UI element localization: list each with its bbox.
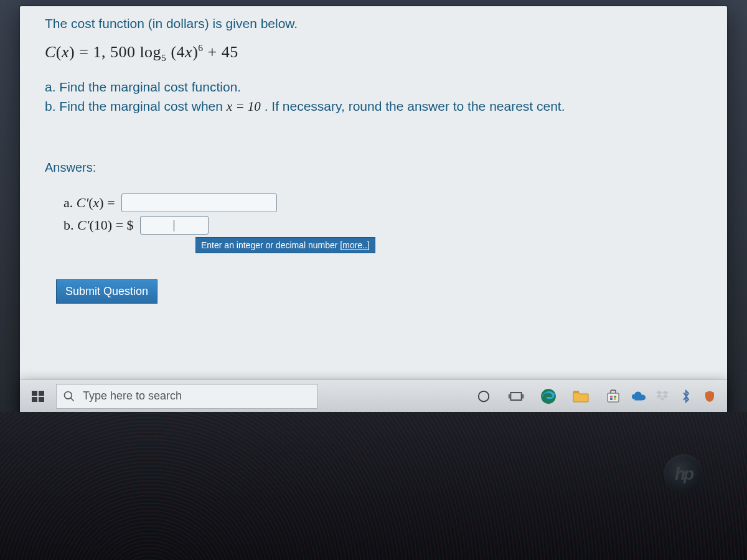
windows-taskbar: Type here to search	[20, 380, 727, 412]
tray-unknown[interactable]	[702, 389, 717, 404]
windows-icon	[31, 389, 45, 404]
bluetooth-icon	[682, 390, 690, 403]
submit-question-button[interactable]: Submit Question	[56, 279, 157, 304]
cost-function-formula: C(x) = 1, 500 log5 (4x)6 + 45	[45, 42, 702, 63]
tray-dropbox[interactable]	[655, 389, 670, 404]
input-hint-tooltip: Enter an integer or decimal number [more…	[195, 237, 375, 253]
answer-a-input[interactable]	[121, 194, 277, 212]
question-parts: a. Find the marginal cost function. b. F…	[45, 77, 702, 117]
edge-icon	[540, 388, 557, 404]
tray-onedrive[interactable]	[631, 389, 646, 404]
svg-rect-7	[510, 393, 521, 400]
tray-bluetooth[interactable]	[679, 389, 693, 404]
part-a-text: a. Find the marginal cost function.	[45, 77, 702, 97]
svg-rect-0	[32, 391, 37, 396]
desk-surface	[0, 412, 747, 560]
part-b-text: b. Find the marginal cost when x = 10 . …	[45, 96, 702, 117]
search-placeholder-text: Type here to search	[83, 390, 182, 403]
svg-rect-13	[610, 396, 613, 398]
svg-rect-12	[608, 393, 619, 402]
svg-rect-2	[32, 397, 37, 402]
part-b-condition: x = 10	[227, 99, 261, 114]
svg-point-4	[65, 391, 72, 399]
task-view-button[interactable]	[502, 382, 530, 411]
svg-rect-3	[39, 397, 44, 402]
taskbar-app-explorer[interactable]	[566, 382, 595, 411]
answer-b-input[interactable]	[140, 216, 209, 235]
start-button[interactable]	[24, 382, 52, 411]
cloud-icon	[631, 391, 646, 402]
question-panel: The cost function (in dollars) is given …	[20, 6, 727, 442]
svg-rect-15	[610, 398, 613, 400]
svg-rect-16	[614, 398, 616, 400]
task-view-icon	[509, 390, 524, 403]
folder-icon	[573, 390, 589, 403]
shield-icon	[704, 390, 715, 403]
question-intro-text: The cost function (in dollars) is given …	[45, 16, 702, 31]
svg-rect-1	[39, 391, 44, 396]
dropbox-icon	[655, 390, 669, 403]
hint-more-link[interactable]: [more..]	[340, 240, 369, 250]
system-tray	[631, 389, 723, 404]
cortana-button[interactable]	[469, 382, 498, 411]
taskbar-app-edge[interactable]	[534, 382, 563, 411]
answer-row-a: a. C′(x) =	[63, 194, 702, 212]
svg-point-6	[479, 391, 489, 401]
hp-laptop-logo: hp	[664, 454, 703, 494]
circle-icon	[477, 390, 491, 403]
svg-rect-11	[573, 391, 579, 393]
svg-rect-14	[614, 396, 616, 398]
store-icon	[606, 389, 621, 404]
answer-row-b: b. C′(10) = $	[63, 216, 702, 235]
taskbar-search[interactable]: Type here to search	[56, 384, 317, 409]
answers-heading: Answers:	[45, 161, 702, 175]
svg-line-5	[71, 398, 74, 401]
taskbar-app-store[interactable]	[599, 382, 627, 411]
search-icon	[63, 390, 75, 403]
